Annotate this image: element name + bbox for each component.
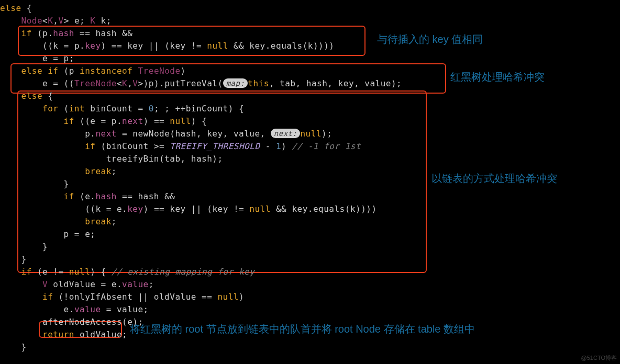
annotation-same-key: 与待插入的 key 值相同: [377, 32, 483, 47]
hint-pill: next:: [271, 129, 301, 138]
annotation-afternodeaccess: 将红黑树的 root 节点放到链表中的队首并将 root Node 存储在 ta…: [130, 322, 475, 336]
annotation-treenode: 红黑树处理哈希冲突: [450, 70, 545, 84]
annotation-linkedlist: 以链表的方式处理哈希冲突: [431, 172, 557, 186]
hint-pill: map:: [223, 78, 248, 88]
watermark: @51CTO博客: [581, 354, 617, 362]
kw-else: else: [0, 3, 21, 13]
